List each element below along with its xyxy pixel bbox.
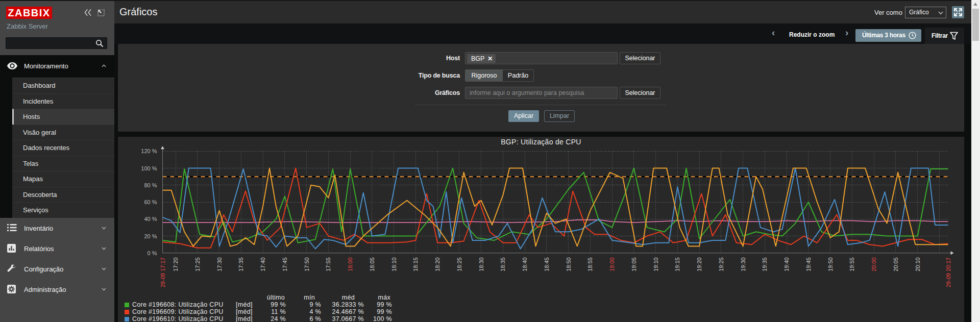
svg-text:18:40: 18:40 <box>522 257 528 271</box>
svg-text:18:05: 18:05 <box>369 257 375 271</box>
svg-text:19:05: 19:05 <box>631 257 637 271</box>
svg-text:80 %: 80 % <box>144 182 157 188</box>
svg-text:18:55: 18:55 <box>587 257 593 271</box>
svg-text:17:55: 17:55 <box>325 257 331 271</box>
svg-text:17:25: 17:25 <box>194 257 201 271</box>
svg-text:20:05: 20:05 <box>893 257 899 271</box>
svg-text:19:35: 19:35 <box>762 257 768 271</box>
svg-text:120 %: 120 % <box>141 148 157 154</box>
svg-text:19:25: 19:25 <box>718 257 724 271</box>
svg-text:19:50: 19:50 <box>827 257 834 271</box>
svg-text:18:30: 18:30 <box>478 257 484 271</box>
svg-text:20:00: 20:00 <box>871 257 877 271</box>
svg-text:18:35: 18:35 <box>500 257 506 271</box>
svg-text:18:50: 18:50 <box>566 257 572 271</box>
svg-text:18:25: 18:25 <box>456 257 462 271</box>
svg-text:20 %: 20 % <box>144 233 157 239</box>
svg-text:20:10: 20:10 <box>915 257 921 271</box>
svg-text:29-09 20:17: 29-09 20:17 <box>945 257 951 287</box>
svg-text:18:45: 18:45 <box>544 257 550 271</box>
svg-text:19:20: 19:20 <box>696 257 702 271</box>
svg-text:17:50: 17:50 <box>304 257 310 271</box>
svg-text:18:20: 18:20 <box>434 257 440 271</box>
svg-text:17:35: 17:35 <box>238 257 244 271</box>
svg-text:60 %: 60 % <box>144 199 157 205</box>
svg-text:18:15: 18:15 <box>412 257 419 271</box>
svg-text:19:40: 19:40 <box>783 257 790 271</box>
svg-text:19:15: 19:15 <box>674 257 680 271</box>
svg-text:100 %: 100 % <box>141 165 157 171</box>
svg-text:17:45: 17:45 <box>282 257 288 271</box>
svg-text:19:55: 19:55 <box>849 257 855 271</box>
svg-text:18:00: 18:00 <box>347 257 353 271</box>
svg-text:40 %: 40 % <box>144 216 157 222</box>
svg-text:17:30: 17:30 <box>216 257 223 271</box>
svg-text:19:00: 19:00 <box>609 257 615 271</box>
svg-text:19:30: 19:30 <box>740 257 746 271</box>
svg-text:0 %: 0 % <box>148 250 157 256</box>
svg-text:19:45: 19:45 <box>805 257 812 271</box>
svg-text:18:10: 18:10 <box>391 257 397 271</box>
svg-text:17:40: 17:40 <box>260 257 266 271</box>
svg-text:29-09 17:17: 29-09 17:17 <box>160 257 166 287</box>
svg-text:19:10: 19:10 <box>653 257 659 271</box>
svg-text:17:20: 17:20 <box>173 257 179 271</box>
